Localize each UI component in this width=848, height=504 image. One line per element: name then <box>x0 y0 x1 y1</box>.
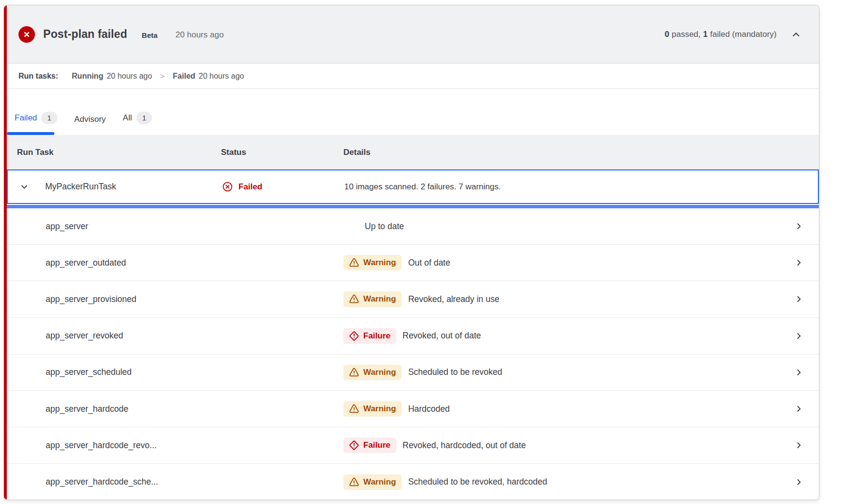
image-name: app_server_scheduled <box>7 367 221 377</box>
warning-triangle-icon <box>349 403 359 414</box>
warning-triangle-icon <box>349 294 359 304</box>
timeline-separator: > <box>160 72 165 80</box>
table-header: Run Task Status Details <box>7 135 819 169</box>
panel-title: Post-plan failed <box>43 28 127 41</box>
column-run-task: Run Task <box>7 148 221 157</box>
result-tabs: Failed 1 Advisory All 1 <box>7 89 819 135</box>
collapse-panel-button[interactable] <box>790 28 802 41</box>
warning-triangle-icon <box>349 257 359 268</box>
tab-failed[interactable]: Failed 1 <box>7 112 67 135</box>
detail-message: Hardcoded <box>408 404 450 414</box>
status-badge: Failure <box>343 328 396 344</box>
column-details: Details <box>343 148 789 157</box>
image-row[interactable]: app_server_provisioned Warning Revoked, … <box>7 281 819 318</box>
beta-badge: Beta <box>142 31 158 39</box>
status-badge: Failure <box>343 437 396 453</box>
chevron-down-icon[interactable] <box>19 182 29 192</box>
image-row[interactable]: app_server_hardcode_sche... Warning Sche… <box>7 464 819 500</box>
run-task-name: MyPackerRunTask <box>45 182 116 192</box>
circle-x-outline-icon <box>222 181 233 192</box>
image-row[interactable]: app_server_hardcode Warning Hardcoded <box>7 391 819 427</box>
status-failed: Failed <box>222 181 344 192</box>
chevron-right-icon[interactable] <box>794 258 804 268</box>
chevron-up-icon <box>791 29 801 40</box>
detail-message: Scheduled to be revoked, hardcoded <box>408 477 547 487</box>
panel-timestamp: 20 hours ago <box>175 30 223 40</box>
failed-circle-x-icon <box>18 26 35 43</box>
image-result-list: app_server Up to date app_server_outdate… <box>7 208 819 500</box>
status-badge: Warning <box>343 401 402 417</box>
run-task-details: 10 images scanned. 2 failures. 7 warning… <box>344 182 788 192</box>
chevron-right-icon[interactable] <box>794 331 804 341</box>
image-row[interactable]: app_server_scheduled Warning Scheduled t… <box>7 354 819 391</box>
tab-all[interactable]: All 1 <box>115 112 161 135</box>
tab-all-count: 1 <box>136 112 152 124</box>
image-row[interactable]: app_server_revoked Failure Revoked, out … <box>7 318 819 354</box>
detail-message: Scheduled to be revoked <box>408 367 502 377</box>
image-row[interactable]: app_server Up to date <box>7 208 819 245</box>
image-name: app_server_hardcode_revo... <box>7 440 221 451</box>
detail-message: Revoked, out of date <box>403 331 481 341</box>
run-task-panel: Post-plan failed Beta 20 hours ago 0pass… <box>4 5 819 500</box>
warning-triangle-icon <box>349 477 359 487</box>
chevron-right-icon[interactable] <box>794 477 804 487</box>
status-badge: Warning <box>343 255 402 270</box>
image-name: app_server_provisioned <box>7 294 221 304</box>
chevron-right-icon[interactable] <box>794 221 804 231</box>
timeline-stage-failed: Failed 20 hours ago <box>173 72 244 81</box>
passed-count: 0 <box>665 30 669 39</box>
status-badge: Warning <box>343 365 402 380</box>
warning-triangle-icon <box>349 367 359 378</box>
timeline-label: Run tasks: <box>18 72 58 81</box>
failure-diamond-icon <box>349 440 359 451</box>
run-task-row[interactable]: MyPackerRunTask Failed 10 images scanned… <box>7 169 819 204</box>
failure-diamond-icon <box>349 331 359 341</box>
pass-fail-summary: 0passed, 1failed (mandatory) <box>665 30 777 39</box>
image-name: app_server_hardcode <box>7 404 221 414</box>
status-badge: Warning <box>343 291 402 307</box>
image-row[interactable]: app_server_hardcode_revo... Failure Revo… <box>7 427 819 464</box>
timeline-stage-running: Running 20 hours ago <box>72 72 152 81</box>
expanded-section-indicator <box>7 205 819 208</box>
image-name: app_server_revoked <box>7 331 221 341</box>
detail-message: Revoked, already in use <box>408 294 499 304</box>
chevron-right-icon[interactable] <box>794 368 804 377</box>
failed-count: 1 <box>703 30 708 39</box>
image-row[interactable]: app_server_outdated Warning Out of date <box>7 245 819 281</box>
chevron-right-icon[interactable] <box>794 440 804 450</box>
status-badge: Warning <box>343 474 402 490</box>
detail-message: Out of date <box>408 258 450 268</box>
run-tasks-timeline: Run tasks: Running 20 hours ago > Failed… <box>7 64 819 89</box>
image-name: app_server_hardcode_sche... <box>7 477 221 487</box>
detail-message: Revoked, hardcoded, out of date <box>403 440 526 451</box>
chevron-right-icon[interactable] <box>794 294 804 304</box>
detail-message: Up to date <box>365 221 404 232</box>
failed-status-stripe <box>4 5 7 500</box>
tab-failed-count: 1 <box>41 112 57 124</box>
panel-header: Post-plan failed Beta 20 hours ago 0pass… <box>7 5 819 64</box>
image-name: app_server <box>7 221 221 232</box>
column-status: Status <box>221 148 343 157</box>
status-badge <box>343 224 358 229</box>
tab-advisory[interactable]: Advisory <box>67 115 115 135</box>
chevron-right-icon[interactable] <box>794 404 804 414</box>
image-name: app_server_outdated <box>7 258 221 268</box>
